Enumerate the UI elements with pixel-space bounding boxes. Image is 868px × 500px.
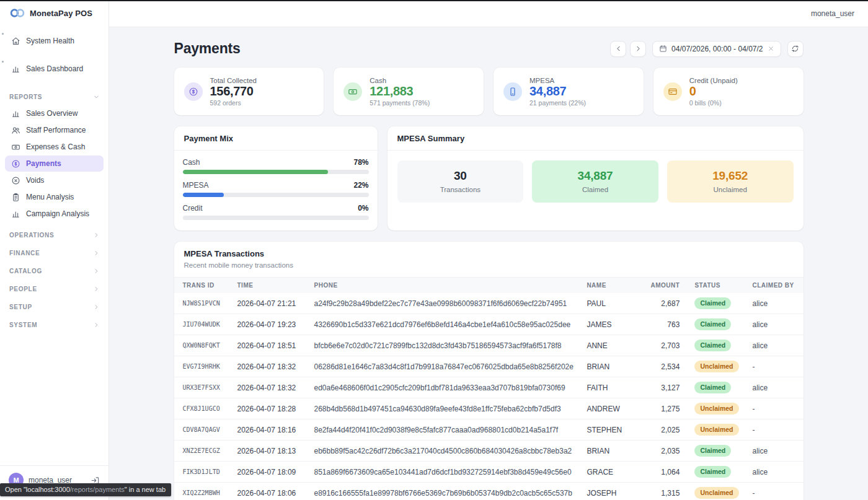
sidebar-item-label: Menu Analysis	[26, 193, 74, 201]
tx-phone: e8916c166555fa1e89978bf6766e5369c7b69b6b…	[309, 483, 582, 500]
payment-mix-label: Cash	[183, 158, 200, 167]
tx-time: 2026-04-07 18:32	[232, 356, 309, 377]
tx-name: STEPHEN	[582, 419, 644, 441]
card-text: Total Collected156,770592 orders	[210, 76, 257, 107]
sidebar-item-staff-performance[interactable]: Staff Performance	[5, 122, 104, 138]
tx-trans-id: EVG7I9HRHK	[174, 356, 232, 377]
status-text-suffix: " in a new tab	[125, 486, 166, 493]
summary-card-cash: Cash121,883571 payments (78%)	[334, 68, 484, 115]
payment-mix-line: Credit0%	[183, 204, 369, 213]
tx-phone: 851a869f6673609ca65e103441ad7d6dcf1bd932…	[309, 462, 582, 483]
card-value: 156,770	[210, 84, 257, 99]
payment-mix-panel: Payment Mix Cash78%MPESA22%Credit0%	[174, 126, 378, 230]
title-row: Payments 04/07/2026, 00:00 - 04/07/2	[174, 40, 804, 57]
tx-amount: 2,703	[644, 335, 684, 356]
sidebar-item-label: Voids	[26, 176, 44, 185]
sidebar-section-people[interactable]: PEOPLE	[0, 280, 108, 298]
tx-trans-id: CDV8A7QAGV	[174, 419, 232, 441]
sidebar-item-sales-dashboard[interactable]: Sales Dashboard	[5, 61, 104, 77]
sidebar-item-expenses-cash[interactable]: Expenses & Cash	[5, 139, 104, 155]
table-row: XNZ2E7ECGZ2026-04-07 18:13eb6bb89f5ac42c…	[174, 441, 804, 462]
sidebar-section-reports[interactable]: REPORTS	[0, 89, 108, 105]
column-header-time: TIME	[232, 278, 309, 293]
section-label: SETUP	[9, 304, 32, 310]
next-period-button[interactable]	[630, 41, 646, 57]
bar-chart-icon	[11, 64, 20, 74]
sidebar-item-label: Sales Dashboard	[26, 64, 83, 73]
sidebar-section-catalog[interactable]: CATALOG	[0, 262, 108, 280]
sidebar-item-voids[interactable]: Voids	[5, 172, 104, 188]
sidebar-item-label: Payments	[26, 159, 61, 168]
tx-claimed-by: alice	[744, 293, 804, 314]
status-badge: Claimed	[694, 297, 731, 309]
sidebar-item-menu-analysis[interactable]: Menu Analysis	[5, 189, 104, 205]
browser-status-tooltip: Open "localhost:3000/reports/payments" i…	[0, 483, 171, 496]
status-badge: Unclaimed	[694, 403, 738, 414]
stat-label: Claimed	[537, 186, 653, 193]
payment-mix-pct: 22%	[353, 181, 368, 190]
table-row: FIK3D1JLTD2026-04-07 18:09851a869f667360…	[174, 462, 804, 483]
tx-trans-id: XNZ2E7ECGZ	[174, 441, 232, 462]
content: Payments 04/07/2026, 00:00 - 04/07/2 Tot…	[174, 27, 804, 500]
sidebar-item-payments[interactable]: Payments	[5, 156, 104, 172]
tx-phone: eb6bb89f5ac42c26df72b6c3a217040cd4500c86…	[309, 441, 582, 462]
sidebar-section-system[interactable]: SYSTEM	[0, 316, 108, 334]
home-icon	[11, 37, 20, 46]
sidebar-item-label: System Health	[26, 37, 74, 45]
card-sub: 21 payments (22%)	[529, 99, 586, 107]
tx-time: 2026-04-07 18:28	[232, 398, 309, 419]
tx-time: 2026-04-07 18:09	[232, 462, 309, 483]
sidebar-section-setup[interactable]: SETUP	[0, 298, 108, 316]
sidebar-item-sales-overview[interactable]: Sales Overview	[5, 105, 104, 121]
payment-mix-label: Credit	[183, 204, 203, 213]
prev-period-button[interactable]	[610, 41, 626, 57]
tx-trans-id: URX3E7FSXX	[174, 377, 232, 398]
sidebar-item-label: Sales Overview	[26, 109, 78, 118]
chevron-right-icon	[93, 304, 100, 310]
sidebar: MonetaPay POS System HealthSales Dashboa…	[0, 0, 109, 500]
topbar: moneta_user	[109, 0, 868, 27]
date-range-picker[interactable]: 04/07/2026, 00:00 - 04/07/2	[652, 41, 781, 57]
transactions-table: TRANS IDTIMEPHONENAMEAMOUNTSTATUSCLAIMED…	[174, 278, 804, 500]
card-label: MPESA	[529, 77, 586, 84]
summary-card-credit: Credit (Unpaid)00 bills (0%)	[653, 68, 804, 115]
clear-date-icon[interactable]	[768, 45, 774, 52]
sidebar-section-operations[interactable]: OPERATIONS	[0, 226, 108, 244]
transactions-title: MPESA Transactions	[184, 249, 794, 258]
tx-status: Unclaimed	[684, 398, 743, 419]
stat-value: 34,887	[537, 169, 653, 183]
sidebar-reports-nav: Sales OverviewStaff PerformanceExpenses …	[0, 105, 108, 222]
card-value: 0	[689, 84, 738, 99]
summary-card-total-collected: Total Collected156,770592 orders	[174, 68, 324, 115]
summary-card-mpesa: MPESA34,88721 payments (22%)	[494, 68, 644, 115]
tx-phone: ed0a6e468606f0d1c2905cfc209bf1dbf781da96…	[309, 377, 582, 398]
table-row: JIU704WUDK2026-04-07 19:234326690b1c5d33…	[174, 314, 804, 335]
brand: MonetaPay POS	[0, 0, 108, 23]
transactions-subtitle: Recent mobile money transactions	[184, 261, 794, 269]
table-row: XIQ2Z2MBWH2026-04-07 18:06e8916c166555fa…	[174, 483, 804, 500]
tx-amount: 1,064	[644, 462, 684, 483]
tx-phone: a24f9c29b28a49bdef22ec7c77e43ae0998b6009…	[309, 293, 582, 314]
tx-trans-id: FIK3D1JLTD	[174, 462, 232, 483]
tx-amount: 1,275	[644, 398, 684, 419]
column-header-claimed-by: CLAIMED BY	[744, 278, 804, 293]
sidebar-top-nav: System HealthSales Dashboard	[0, 23, 108, 89]
card-value: 121,883	[370, 84, 430, 99]
dollar-circle-icon	[184, 82, 203, 101]
table-header-row: TRANS IDTIMEPHONENAMEAMOUNTSTATUSCLAIMED…	[174, 278, 804, 293]
table-row: CFX8J1UGCO2026-04-07 18:28268b4db568d1b4…	[174, 398, 804, 419]
sidebar-item-campaign-analysis[interactable]: Campaign Analysis	[5, 206, 104, 222]
refresh-button[interactable]	[787, 41, 804, 57]
tx-phone: 268b4db568d1b497451ca94630d89fa9eefe43fd…	[309, 398, 582, 419]
main-area: moneta_user Payments 04/07/2026, 00:00 -…	[109, 0, 868, 500]
chevron-right-icon	[93, 268, 100, 274]
tx-status: Claimed	[684, 335, 743, 356]
sidebar-section-finance[interactable]: FINANCE	[0, 244, 108, 262]
tx-status: Claimed	[684, 462, 743, 483]
tx-trans-id: CFX8J1UGCO	[174, 398, 232, 419]
bar-chart-icon	[11, 209, 20, 219]
stat-label: Transactions	[402, 186, 519, 193]
transactions-panel: MPESA Transactions Recent mobile money t…	[174, 242, 804, 500]
sidebar-item-system-health[interactable]: System Health	[5, 33, 104, 49]
tx-amount: 2,035	[644, 441, 684, 462]
